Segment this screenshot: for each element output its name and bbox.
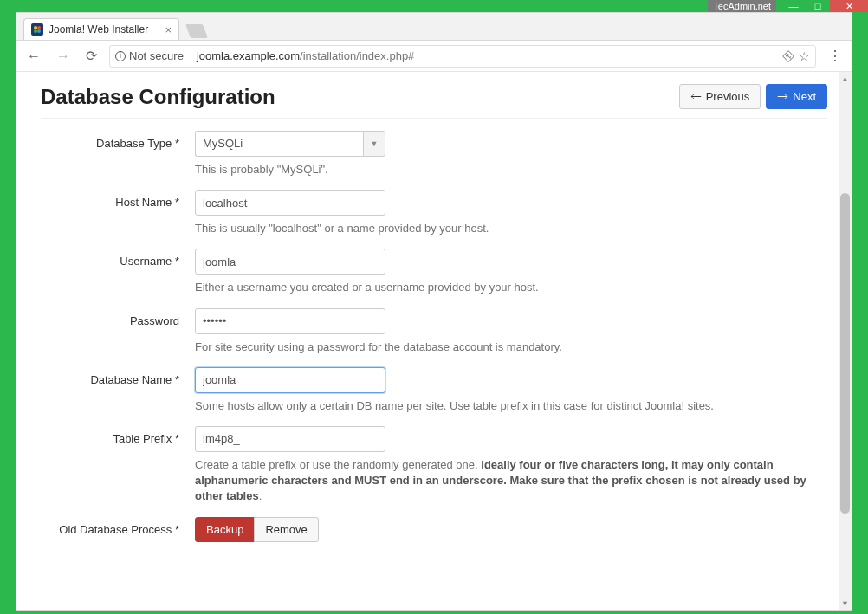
key-icon[interactable]: ⚿ (781, 48, 796, 63)
svg-point-1 (37, 26, 41, 29)
help-prefix: Create a table prefix or use the randoml… (195, 457, 827, 505)
svg-point-3 (37, 29, 41, 33)
page-title: Database Configuration (41, 85, 275, 109)
scroll-down-icon[interactable]: ▼ (839, 597, 852, 610)
window-maximize-button[interactable]: □ (806, 0, 830, 12)
svg-point-0 (34, 26, 37, 29)
arrow-left-icon: 🡐 (690, 90, 702, 103)
help-password: For site security using a password for t… (195, 339, 827, 355)
prefix-input[interactable] (195, 426, 385, 452)
old-db-toggle: Backup Remove (195, 517, 827, 542)
browser-tab[interactable]: Joomla! Web Installer × (23, 18, 179, 40)
username-input[interactable] (195, 249, 385, 275)
help-host: This is usually "localhost" or a name pr… (195, 221, 827, 236)
scroll-up-icon[interactable]: ▲ (839, 72, 852, 85)
window-minimize-button[interactable]: — (781, 0, 806, 12)
reload-button[interactable]: ⟳ (82, 46, 100, 66)
db-type-value: MySQLi (195, 131, 363, 157)
watermark-badge: TecAdmin.net (708, 0, 776, 12)
row-host: Host Name * This is usually "localhost" … (41, 190, 827, 236)
row-old-db: Old Database Process * Backup Remove (41, 517, 827, 542)
arrow-right-icon: 🡒 (777, 90, 788, 103)
row-prefix: Table Prefix * Create a table prefix or … (41, 426, 827, 505)
label-username: Username * (41, 249, 195, 268)
label-db-name: Database Name * (41, 367, 195, 386)
page-content: Database Configuration 🡐 Previous 🡒 Next… (16, 72, 852, 610)
db-name-input[interactable] (195, 367, 385, 393)
label-prefix: Table Prefix * (41, 426, 195, 445)
help-username: Either a username you created or a usern… (195, 280, 827, 295)
url-text: joomla.example.com/installation/index.ph… (197, 49, 778, 62)
label-old-db: Old Database Process * (41, 517, 195, 536)
remove-button[interactable]: Remove (254, 517, 318, 542)
chevron-down-icon: ▼ (363, 131, 385, 157)
info-icon: i (115, 51, 126, 61)
label-password: Password (41, 308, 195, 327)
tab-strip: Joomla! Web Installer × (16, 13, 852, 41)
window-close-button[interactable]: ✕ (830, 0, 868, 12)
db-type-select[interactable]: MySQLi ▼ (195, 131, 385, 157)
os-titlebar: TecAdmin.net — □ ✕ (0, 0, 868, 12)
vertical-scrollbar[interactable]: ▲ ▼ (839, 72, 852, 610)
label-host: Host Name * (41, 190, 195, 209)
label-db-type: Database Type * (41, 131, 195, 150)
backup-button[interactable]: Backup (195, 517, 255, 542)
header-button-group: 🡐 Previous 🡒 Next (679, 84, 827, 109)
new-tab-button[interactable] (185, 24, 208, 38)
svg-point-2 (34, 29, 37, 33)
scroll-thumb[interactable] (840, 193, 850, 514)
bookmark-star-icon[interactable]: ☆ (799, 49, 810, 63)
help-db-name: Some hosts allow only a certain DB name … (195, 398, 827, 414)
tab-title: Joomla! Web Installer (49, 23, 148, 36)
next-button[interactable]: 🡒 Next (766, 84, 827, 109)
address-bar[interactable]: i Not secure joomla.example.com/installa… (109, 45, 816, 68)
back-button[interactable]: ← (23, 47, 44, 66)
row-username: Username * Either a username you created… (41, 249, 827, 295)
security-indicator[interactable]: i Not secure (115, 49, 191, 62)
help-db-type: This is probably "MySQLi". (195, 162, 827, 178)
joomla-favicon-icon (31, 23, 43, 36)
viewport: Database Configuration 🡐 Previous 🡒 Next… (16, 72, 852, 610)
previous-button[interactable]: 🡐 Previous (679, 84, 761, 109)
browser-toolbar: ← → ⟳ i Not secure joomla.example.com/in… (16, 41, 852, 72)
forward-button[interactable]: → (53, 47, 74, 66)
row-password: Password For site security using a passw… (41, 308, 827, 355)
row-db-type: Database Type * MySQLi ▼ This is probabl… (41, 131, 827, 178)
host-input[interactable] (195, 190, 385, 216)
tab-close-icon[interactable]: × (165, 23, 172, 36)
insecure-label: Not secure (129, 49, 184, 62)
page-header: Database Configuration 🡐 Previous 🡒 Next (41, 84, 827, 119)
password-input[interactable] (195, 308, 385, 334)
row-db-name: Database Name * Some hosts allow only a … (41, 367, 827, 414)
browser-window: Joomla! Web Installer × ← → ⟳ i Not secu… (16, 12, 852, 611)
